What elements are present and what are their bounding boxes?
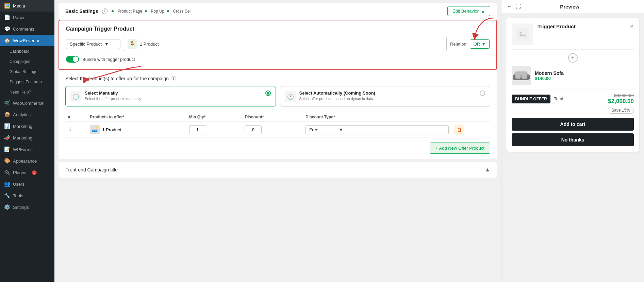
frontend-title-label: Front-end Campaign title [65,167,118,172]
sidebar-item-products[interactable]: 📦 Analytics [0,109,54,120]
sidebar-item-dashboard[interactable]: Dashboard [0,46,54,56]
specific-product-dropdown[interactable]: Specific Product ▼ [66,39,120,49]
campaign-trigger-card: Campaign Trigger Product Specific Produc… [59,20,497,70]
delete-row-button[interactable]: 🗑 [454,125,464,135]
tag-cross-sell: Cross Sell [173,9,192,14]
sidebar-item-pages[interactable]: 📄 Pages [0,12,54,23]
add-to-cart-button[interactable]: Add to cart [512,118,634,131]
sidebar-item-label: Appearance [13,159,37,164]
preview-divider-2 [512,89,634,89]
edit-behavior-button[interactable]: Edit Behavior ▲ [447,6,490,16]
pages-icon: 📄 [4,14,10,20]
preview-close-button[interactable]: ✕ [630,23,634,29]
info-icon[interactable]: ℹ [102,9,108,14]
comments-icon: 💬 [4,26,10,32]
cross-sell-dot [167,10,169,12]
product-cell[interactable]: 🛋️ 1 Product [87,122,186,138]
select-auto-card[interactable]: 🕐 Select Automatically (Coming Soon) Sel… [280,86,491,106]
offer-product-row: Modern Sofa $140.00 [512,66,634,85]
discount-input[interactable] [245,125,262,134]
fullscreen-icon[interactable]: ⛶ [516,3,521,10]
drag-handle[interactable]: ⠿ [68,127,71,132]
table-row: ⠿ 🛋️ 1 Product [65,122,490,138]
main-content: Basic Settings ℹ Product Page Pop Up Cro… [54,0,644,282]
sidebar-item-plugins[interactable]: 🔌 Plugins 1 [0,167,54,178]
sidebar-item-label: Pages [13,15,26,20]
plugins-icon: 🔌 [4,169,10,176]
campaign-trigger-title: Campaign Trigger Product [66,26,490,32]
marketing-icon: 📣 [4,135,10,141]
sidebar-item-wowrevenue[interactable]: 🏠 WowRevenue [0,35,54,46]
back-icon[interactable]: ← [507,3,512,10]
offer-info-icon[interactable]: ℹ [171,76,176,81]
sidebar-item-need-help[interactable]: Need Help? [0,87,54,97]
sidebar-item-label: Dashboard [10,49,30,54]
popup-dot [145,10,147,12]
select-manually-card[interactable]: 🕐 Select Manually Select the offer produ… [65,86,276,106]
drag-cell: ⠿ [65,122,87,138]
sidebar-item-woocommerce[interactable]: 🛒 WooCommerce [0,97,54,109]
pricing-values: $3,000.00 $2,000.00 [608,93,634,105]
offer-product-image [512,66,531,85]
media-icon: 🖼️ [4,3,10,9]
chevron-up-icon-frontend[interactable]: ▲ [485,167,490,173]
sidebar-item-media[interactable]: 🖼️ Media [0,0,54,12]
or-button[interactable]: OR ▼ [470,39,490,49]
image-placeholder-svg [516,28,529,40]
sidebar-item-label: Analytics [13,112,31,117]
sidebar-item-tools[interactable]: 🔧 Tools [0,190,54,201]
chevron-down-icon-or: ▼ [481,42,486,47]
col-discount-type: Discount Type* [303,113,451,122]
analytics-icon: 📊 [4,123,10,129]
sale-price: $2,000.00 [608,98,634,105]
sidebar-item-label: Campaigns [10,59,30,64]
sidebar-item-global-settings[interactable]: Global Settings [0,67,54,77]
sidebar-item-label: Plugins [13,170,28,175]
tools-icon: 🔧 [4,193,10,199]
sidebar-item-wpforms[interactable]: 📝 WPForms [0,144,54,155]
trigger-product-label: Trigger Product [538,23,576,29]
col-discount: Discount* [242,113,303,122]
frontend-title-section: Front-end Campaign title ▲ [59,162,497,178]
col-products: Products to offer* [87,113,186,122]
toggle-label: Bundle with trigger product [82,57,135,62]
sidebar-item-settings[interactable]: ⚙️ Settings [0,201,54,213]
discount-type-value: Free [309,127,318,132]
offer-product-name: Modern Sofa [535,70,564,76]
svg-rect-9 [522,74,527,79]
offer-section-title: Select the product(s) to offer up for th… [65,76,490,81]
product-thumb: 🛋️ [90,125,100,134]
sidebar-item-analytics[interactable]: 📊 Marketing [0,120,54,132]
sidebar-item-users[interactable]: 👥 Users [0,178,54,190]
basic-settings-bar: Basic Settings ℹ Product Page Pop Up Cro… [59,3,497,20]
settings-icon: ⚙️ [4,204,10,210]
sidebar-item-comments[interactable]: 💬 Comments [0,23,54,35]
offer-table: # Products to offer* Min Qty* Discount* … [65,113,490,138]
sidebar-item-marketing[interactable]: 📣 Marketing [0,132,54,144]
sidebar-item-appearance[interactable]: 🎨 Appearance [0,155,54,167]
bundle-toggle[interactable] [66,56,79,63]
trigger-row: Specific Product ▼ 🪑 1 Product Relation … [66,37,490,51]
settings-tags: Product Page Pop Up Cross Sell [112,9,191,14]
radio-manually[interactable] [265,90,271,96]
sidebar-item-suggest-features[interactable]: Suggest Features [0,77,54,87]
no-thanks-button[interactable]: No thanks [512,133,634,146]
discount-type-dropdown[interactable]: Free ▼ [306,125,449,134]
min-qty-input[interactable] [189,125,206,134]
sidebar-item-campaigns[interactable]: Campaigns [0,56,54,67]
radio-auto[interactable] [480,90,485,96]
product-page-dot [112,10,114,12]
sidebar-item-label: Settings [13,205,29,210]
users-icon: 👥 [4,181,10,187]
preview-header: ← ⛶ Preview [501,0,644,13]
product-selector[interactable]: 🪑 1 Product [124,37,447,51]
sidebar-item-label: Comments [13,27,34,32]
col-actions [451,113,490,122]
add-offer-product-button[interactable]: + Add New Offer Product [430,143,490,154]
select-options-row: 🕐 Select Manually Select the offer produ… [65,86,490,106]
toggle-row: Bundle with trigger product [66,56,490,63]
col-hash: # [65,113,87,122]
col-min-qty: Min Qty* [186,113,242,122]
appearance-icon: 🎨 [4,158,10,164]
preview-nav-icons: ← ⛶ [507,3,521,10]
